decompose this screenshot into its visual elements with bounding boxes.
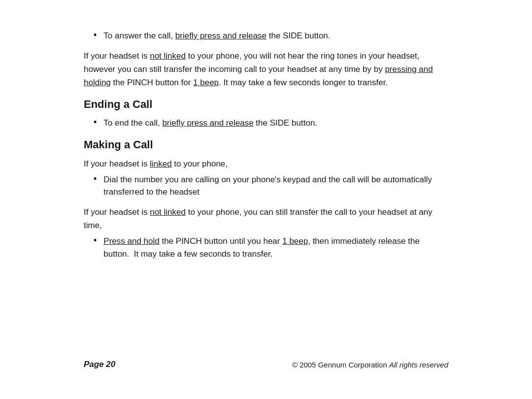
- making-call-heading: Making a Call: [84, 138, 448, 151]
- page-number: Page 20: [84, 360, 115, 369]
- briefly-press-release-1: briefly press and release: [175, 31, 266, 40]
- press-hold-list: • Press and hold the PINCH button until …: [84, 235, 448, 260]
- rights-reserved: All rights reserved: [389, 361, 448, 369]
- end-call-list: • To end the call, briefly press and rel…: [84, 117, 448, 130]
- bullet-dot-4: •: [94, 235, 97, 246]
- linked-paragraph: If your headset is linked to your phone,: [84, 157, 448, 170]
- ending-call-heading: Ending a Call: [84, 98, 448, 111]
- press-and-hold: Press and hold: [103, 236, 159, 246]
- page-container: • To answer the call, briefly press and …: [54, 15, 478, 384]
- dial-number-text: Dial the number you are calling on your …: [103, 173, 448, 199]
- dial-number-list: • Dial the number you are calling on you…: [84, 173, 448, 199]
- 1-beep-1: 1 beep: [193, 78, 219, 87]
- dial-number-bullet: • Dial the number you are calling on you…: [94, 173, 448, 199]
- briefly-press-release-2: briefly press and release: [162, 118, 253, 128]
- not-linked-1: not linked: [150, 51, 186, 61]
- content-area: • To answer the call, briefly press and …: [84, 30, 448, 352]
- not-linked-transfer-paragraph: If your headset is not linked to your ph…: [84, 205, 448, 232]
- press-hold-text: Press and hold the PINCH button until yo…: [103, 235, 448, 260]
- footer: Page 20 © 2005 Gennum Corporation All ri…: [84, 352, 448, 369]
- copyright-symbol: © 2005 Gennum Corporation: [292, 361, 387, 369]
- copyright-text: © 2005 Gennum Corporation All rights res…: [292, 361, 448, 369]
- end-call-text: To end the call, briefly press and relea…: [103, 117, 317, 130]
- end-call-bullet: • To end the call, briefly press and rel…: [94, 117, 448, 130]
- not-linked-2: not linked: [150, 207, 186, 217]
- linked-1: linked: [150, 159, 171, 168]
- press-hold-bullet: • Press and hold the PINCH button until …: [94, 235, 448, 260]
- answer-call-bullet: • To answer the call, briefly press and …: [94, 30, 448, 42]
- answer-call-text: To answer the call, briefly press and re…: [103, 30, 330, 42]
- 1-beep-2: 1 beep: [282, 236, 308, 246]
- not-linked-paragraph: If your headset is not linked to your ph…: [84, 49, 448, 90]
- bullet-dot-3: •: [94, 174, 97, 184]
- bullet-dot-1: •: [94, 30, 97, 40]
- answer-call-list: • To answer the call, briefly press and …: [84, 30, 448, 42]
- bullet-dot-2: •: [94, 117, 97, 128]
- pressing-and-holding: pressing and holding: [84, 65, 433, 87]
